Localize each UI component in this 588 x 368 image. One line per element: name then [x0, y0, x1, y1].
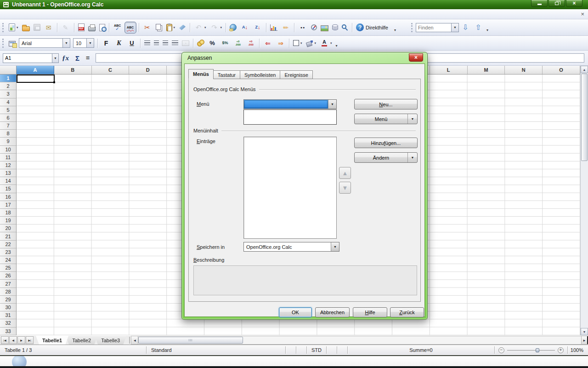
- draw-functions-button[interactable]: ✏: [280, 22, 292, 34]
- row-header-28[interactable]: 28: [0, 288, 16, 296]
- dropdown-arrow-icon[interactable]: ▾: [204, 26, 206, 29]
- row-header-20[interactable]: 20: [0, 224, 16, 232]
- export-pdf-button[interactable]: PDF: [77, 22, 86, 34]
- toolbar-grip[interactable]: [411, 23, 413, 32]
- next-sheet-button[interactable]: ▶: [17, 336, 25, 344]
- horizontal-scroll-thumb[interactable]: [138, 337, 243, 344]
- gallery-button[interactable]: [319, 22, 330, 34]
- modify-button-dropdown[interactable]: ▼: [407, 153, 417, 162]
- save-in-dropdown[interactable]: ▼: [331, 242, 339, 251]
- row-header-16[interactable]: 16: [0, 193, 16, 201]
- cut-button[interactable]: ✂: [141, 22, 153, 34]
- cancel-button[interactable]: Abbrechen: [315, 307, 350, 317]
- column-header-d[interactable]: D: [129, 66, 167, 74]
- email-button[interactable]: ✉: [43, 22, 55, 34]
- row-header-27[interactable]: 27: [0, 280, 16, 288]
- row-header-15[interactable]: 15: [0, 185, 16, 193]
- dropdown-arrow-icon[interactable]: ▾: [174, 26, 175, 29]
- dropdown-arrow-icon[interactable]: ▾: [220, 26, 222, 29]
- zoom-button[interactable]: [340, 22, 350, 34]
- row-header-12[interactable]: 12: [0, 161, 16, 169]
- dialog-tab-symbolleisten[interactable]: Symbolleisten: [240, 70, 280, 79]
- print-button[interactable]: [87, 22, 97, 34]
- modify-button[interactable]: Ändern▼: [354, 152, 418, 163]
- column-header-b[interactable]: B: [54, 66, 92, 74]
- underline-button[interactable]: U: [126, 37, 138, 49]
- font-size-combo[interactable]: 10▼: [73, 38, 94, 48]
- find-input[interactable]: [416, 24, 451, 31]
- ok-button[interactable]: OK: [279, 307, 312, 317]
- column-header-a[interactable]: A: [17, 66, 54, 74]
- row-header-17[interactable]: 17: [0, 201, 16, 209]
- toolbar-options-icon[interactable]: ▾: [486, 28, 488, 32]
- hyperlink-button[interactable]: [228, 22, 238, 34]
- save-in-combobox[interactable]: OpenOffice.org Calc ▼: [243, 242, 339, 252]
- minimize-button[interactable]: [531, 0, 548, 7]
- font-color-button[interactable]: A▾: [318, 37, 334, 49]
- align-left-button[interactable]: [143, 37, 152, 49]
- row-header-18[interactable]: 18: [0, 209, 16, 217]
- currency-format-button[interactable]: [196, 37, 205, 49]
- horizontal-scrollbar[interactable]: ◀ ▶: [131, 336, 588, 345]
- row-header-7[interactable]: 7: [0, 122, 16, 130]
- font-size-combo-dropdown[interactable]: ▼: [86, 39, 94, 47]
- sheet-tab-tabelle3[interactable]: Tabelle3: [95, 336, 126, 345]
- row-header-13[interactable]: 13: [0, 169, 16, 177]
- zoom-slider[interactable]: [507, 350, 555, 351]
- dropdown-arrow-icon[interactable]: ▾: [315, 41, 317, 45]
- row-header-23[interactable]: 23: [0, 248, 16, 256]
- menu-button-dropdown[interactable]: ▼: [407, 114, 417, 124]
- background-color-button[interactable]: ▾: [305, 37, 318, 49]
- spellcheck-button[interactable]: ABC✓: [112, 22, 124, 34]
- new-button[interactable]: Neu...: [354, 99, 418, 109]
- align-right-button[interactable]: [161, 37, 170, 49]
- row-header-31[interactable]: 31: [0, 311, 16, 319]
- row-header-10[interactable]: 10: [0, 146, 16, 154]
- sort-descending-button[interactable]: Z↓: [252, 22, 264, 34]
- menu-dropdown-list[interactable]: [243, 109, 337, 125]
- align-center-button[interactable]: [153, 37, 160, 49]
- page-preview-button[interactable]: [98, 22, 107, 34]
- row-header-5[interactable]: 5: [0, 106, 16, 114]
- scroll-up-icon[interactable]: ▲: [581, 66, 588, 73]
- sum-icon[interactable]: Σ: [75, 54, 79, 62]
- column-header-m[interactable]: M: [468, 66, 505, 74]
- zoom-level[interactable]: 100%: [568, 345, 588, 355]
- toolbar-options-icon[interactable]: ▾: [336, 44, 338, 48]
- styles-button[interactable]: [7, 37, 17, 49]
- menu-combobox-dropdown[interactable]: ▼: [328, 100, 336, 109]
- previous-sheet-button[interactable]: ◀: [9, 336, 17, 344]
- borders-button[interactable]: ▾: [292, 37, 304, 49]
- dialog-close-button[interactable]: ×: [409, 53, 423, 62]
- row-header-32[interactable]: 32: [0, 319, 16, 327]
- scroll-left-icon[interactable]: ◀: [131, 336, 138, 344]
- column-header-l[interactable]: L: [430, 66, 468, 74]
- row-header-29[interactable]: 29: [0, 296, 16, 304]
- toolbar-grip[interactable]: [2, 39, 5, 48]
- decrease-indent-button[interactable]: ⇐: [262, 37, 274, 49]
- menu-button[interactable]: Menü▼: [354, 114, 418, 124]
- row-header-9[interactable]: 9: [0, 138, 16, 145]
- navigator-button[interactable]: [310, 22, 318, 34]
- bold-button[interactable]: F: [100, 37, 112, 49]
- italic-button[interactable]: K: [113, 37, 125, 49]
- scroll-right-icon[interactable]: ▶: [581, 336, 588, 344]
- row-header-1[interactable]: 1: [0, 75, 16, 82]
- align-justify-button[interactable]: [170, 37, 180, 49]
- vertical-scrollbar[interactable]: ▲ ▼: [580, 66, 588, 335]
- row-header-3[interactable]: 3: [0, 90, 16, 98]
- dialog-tab-tastatur[interactable]: Tastatur: [213, 70, 240, 79]
- formula-icon[interactable]: =: [86, 54, 90, 62]
- paste-button[interactable]: ▾: [165, 22, 177, 34]
- row-header-2[interactable]: 2: [0, 82, 16, 90]
- row-header-25[interactable]: 25: [0, 264, 16, 272]
- increase-indent-button[interactable]: ⇒: [275, 37, 287, 49]
- zoom-in-icon[interactable]: +: [558, 347, 564, 353]
- find-replace-button[interactable]: ●●: [297, 22, 309, 34]
- column-header-c[interactable]: C: [92, 66, 130, 74]
- find-dropdown-button[interactable]: ▼: [451, 23, 458, 32]
- add-button[interactable]: Hinzufügen...: [354, 138, 418, 148]
- format-paintbrush-button[interactable]: [177, 22, 187, 34]
- start-orb-icon[interactable]: [12, 355, 27, 368]
- last-sheet-button[interactable]: ▶|: [26, 336, 34, 344]
